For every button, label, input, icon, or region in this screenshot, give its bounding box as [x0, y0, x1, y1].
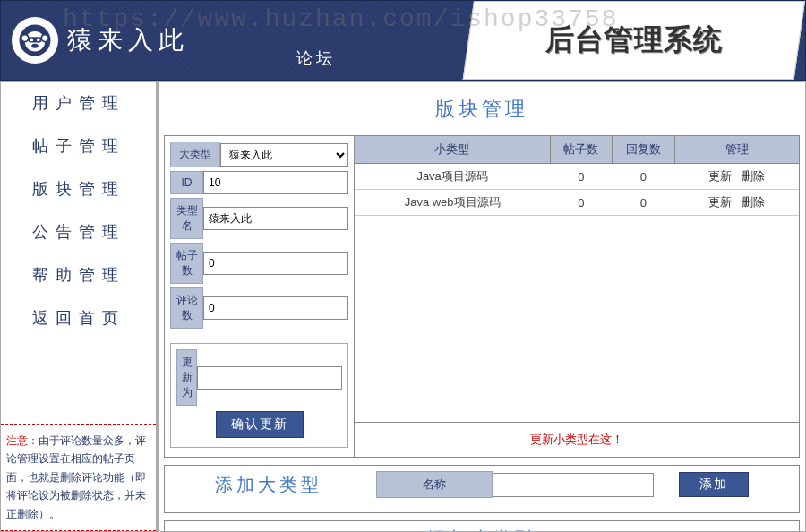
sidebar-item-announcements[interactable]: 公告管理	[1, 210, 156, 253]
monkey-icon	[12, 17, 58, 64]
edit-panel: 大类型 猿来入此 ID 类型名 帖子数 评	[164, 135, 800, 458]
add-small-title: 添加小类型	[165, 527, 799, 532]
svg-point-7	[30, 39, 33, 42]
cell-posts: 0	[550, 190, 612, 216]
subtype-table: 小类型 帖子数 回复数 管理 Java项目源码 0 0 更新	[355, 136, 799, 216]
brand-text: 猿来入此	[67, 23, 189, 57]
row-delete-link[interactable]: 删除	[742, 195, 765, 209]
cell-replies: 0	[613, 190, 674, 216]
table-column: 小类型 帖子数 回复数 管理 Java项目源码 0 0 更新	[355, 136, 799, 457]
comment-count-input[interactable]	[203, 296, 348, 320]
type-name-label: 类型名	[170, 198, 203, 239]
svg-point-4	[22, 35, 28, 40]
notice-warn: 注意：	[6, 434, 39, 447]
cell-posts: 0	[550, 164, 612, 190]
update-hint: 更新小类型在这！	[355, 422, 799, 457]
row-update-link[interactable]: 更新	[708, 169, 732, 183]
sidebar-notice: 注意：由于评论数量众多，评论管理设置在相应的帖子页面，也就是删除评论功能（即将评…	[1, 424, 156, 531]
header-section-label: 论坛	[296, 47, 336, 69]
update-box: 更新为 确认更新	[170, 343, 348, 448]
header-right-panel: 后台管理系统	[463, 1, 805, 80]
th-posts: 帖子数	[550, 136, 612, 164]
sidebar-item-sections[interactable]: 版块管理	[1, 167, 156, 210]
app-header: 猿来入此 论坛 后台管理系统	[0, 0, 806, 81]
confirm-update-button[interactable]: 确认更新	[216, 411, 304, 438]
add-big-button[interactable]: 添加	[679, 472, 749, 497]
page-title: 版块管理	[164, 96, 800, 123]
sidebar-item-posts[interactable]: 帖子管理	[1, 124, 156, 167]
cell-replies: 0	[613, 164, 674, 190]
add-big-name-label: 名称	[376, 471, 493, 498]
row-update-link[interactable]: 更新	[708, 195, 732, 209]
system-title: 后台管理系统	[545, 21, 723, 60]
sidebar-item-help[interactable]: 帮助管理	[1, 253, 156, 296]
notice-body: 由于评论数量众多，评论管理设置在相应的帖子页面，也就是删除评论功能（即将评论设为…	[6, 434, 146, 520]
add-small-type-block: 添加小类型 大类型 -请选择大版块- 名称 添加	[164, 520, 800, 532]
svg-point-5	[42, 35, 47, 40]
main-content: 版块管理 大类型 猿来入此 ID 类型名 帖子数	[157, 81, 806, 532]
sidebar-item-users[interactable]: 用户管理	[1, 82, 156, 124]
table-row: Java项目源码 0 0 更新 删除	[355, 164, 799, 190]
id-input[interactable]	[203, 171, 348, 194]
big-type-select[interactable]: 猿来入此	[220, 143, 348, 167]
form-column: 大类型 猿来入此 ID 类型名 帖子数 评	[165, 136, 355, 457]
cell-name: Java web项目源码	[355, 190, 550, 216]
cell-name: Java项目源码	[355, 164, 550, 190]
table-row: Java web项目源码 0 0 更新 删除	[355, 190, 799, 216]
add-big-title: 添加大类型	[215, 473, 322, 497]
add-big-name-input[interactable]	[493, 473, 654, 497]
update-to-input[interactable]	[197, 366, 342, 390]
type-name-input[interactable]	[203, 207, 348, 230]
post-count-label: 帖子数	[170, 243, 203, 284]
sidebar: 用户管理 帖子管理 版块管理 公告管理 帮助管理 返回首页 注意：由于评论数量众…	[0, 81, 157, 532]
id-label: ID	[170, 171, 203, 194]
svg-point-8	[37, 39, 40, 42]
comment-count-label: 评论数	[170, 287, 203, 329]
sidebar-item-home[interactable]: 返回首页	[1, 296, 156, 339]
update-to-label: 更新为	[176, 349, 197, 406]
row-delete-link[interactable]: 删除	[742, 169, 765, 183]
th-manage: 管理	[674, 136, 799, 164]
svg-point-9	[31, 44, 39, 48]
th-subtype: 小类型	[355, 136, 550, 164]
th-replies: 回复数	[613, 136, 674, 164]
big-type-label: 大类型	[170, 142, 220, 167]
add-big-type-block: 添加大类型 名称 添加	[164, 465, 800, 513]
logo-area: 猿来入此	[1, 17, 296, 64]
post-count-input[interactable]	[203, 252, 348, 275]
